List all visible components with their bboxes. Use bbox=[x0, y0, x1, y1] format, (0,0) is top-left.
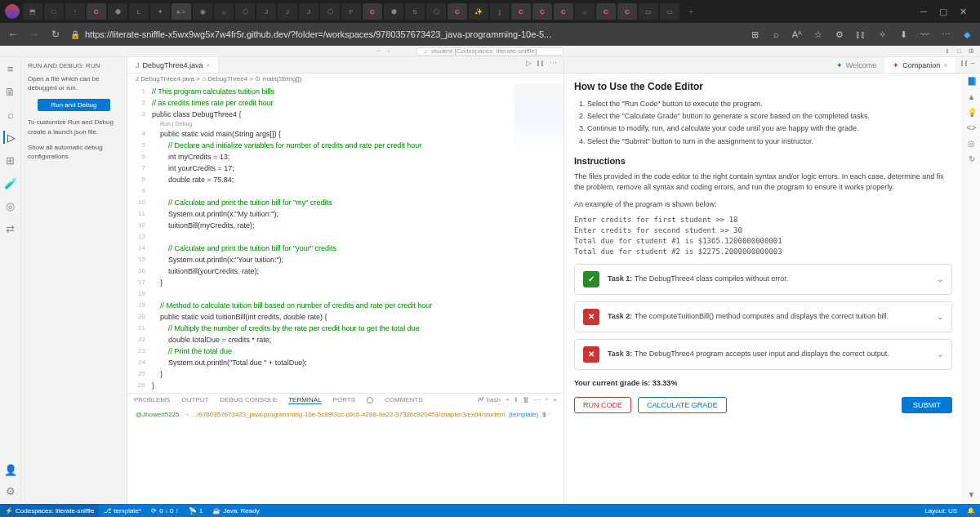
book-icon[interactable]: 📘 bbox=[967, 77, 977, 86]
sync-indicator[interactable]: ⟳ 0 ↓ 0 ↑ bbox=[146, 507, 184, 515]
java-status[interactable]: ☕ Java: Ready bbox=[207, 507, 264, 515]
code-line[interactable]: 5 // Declare and initialize variables fo… bbox=[132, 140, 564, 151]
layout-indicator[interactable]: Layout: US bbox=[920, 507, 962, 515]
layout-icon[interactable]: ⫿ bbox=[946, 47, 954, 56]
panel-tab-terminal[interactable]: TERMINAL bbox=[288, 396, 321, 404]
browser-tab[interactable]: ⬡ bbox=[320, 3, 340, 20]
panel-tab-output[interactable]: OUTPUT bbox=[181, 396, 208, 403]
browser-tab[interactable]: J bbox=[299, 3, 318, 20]
extensions-icon[interactable]: ⊞ bbox=[4, 154, 17, 167]
code-line[interactable]: 26} bbox=[132, 380, 564, 391]
more-icon[interactable]: ⋯ bbox=[550, 59, 557, 71]
testing-icon[interactable]: 🧪 bbox=[4, 176, 17, 189]
layout-icon[interactable]: □ bbox=[957, 47, 965, 56]
account-icon[interactable]: 👤 bbox=[4, 463, 17, 476]
code-line[interactable]: 9 bbox=[132, 185, 564, 197]
apps-icon[interactable]: ⊞ bbox=[748, 28, 761, 41]
browser-tab[interactable]: L bbox=[129, 3, 149, 20]
browser-tab[interactable]: C bbox=[511, 3, 531, 20]
browser-tab[interactable]: ✨ bbox=[469, 3, 488, 20]
minimize-button[interactable]: ─ bbox=[918, 6, 929, 17]
browser-tab[interactable]: ⬡ bbox=[235, 3, 255, 20]
chevron-down-icon[interactable]: ⌄ bbox=[937, 274, 943, 286]
companion-icon[interactable]: ◎ bbox=[4, 199, 17, 212]
browser-tab[interactable]: J bbox=[256, 3, 276, 20]
forward-button[interactable]: → bbox=[28, 28, 41, 41]
close-button[interactable]: ✕ bbox=[957, 6, 969, 17]
browser-tab[interactable]: ⬡ bbox=[426, 3, 446, 20]
browser-tab[interactable]: ▭ bbox=[660, 3, 679, 20]
code-line[interactable]: 13 bbox=[132, 231, 564, 243]
code-line[interactable]: 11 System.out.println(x:"My tuition:"); bbox=[132, 208, 564, 220]
more-icon[interactable]: ⋯ bbox=[939, 28, 952, 41]
code-line[interactable]: 15 System.out.println(x:"Your tuition:")… bbox=[132, 254, 564, 265]
extension-icon[interactable]: ⚙ bbox=[833, 28, 846, 41]
code-line[interactable]: 10 // Calculate and print the tuition bi… bbox=[132, 197, 564, 208]
close-icon[interactable]: × bbox=[943, 61, 947, 69]
code-line[interactable]: 18 bbox=[132, 288, 564, 300]
browser-tab[interactable]: □ bbox=[44, 3, 64, 20]
browser-tab[interactable]: ⋮ bbox=[65, 3, 85, 20]
shell-label[interactable]: 🗲 bash bbox=[478, 396, 501, 403]
chevron-down-icon[interactable]: ⌄ bbox=[937, 311, 943, 323]
code-line[interactable]: 1// This program calculates tutition bil… bbox=[132, 86, 564, 97]
browser-tab-active[interactable]: ▸ × bbox=[172, 3, 191, 20]
new-terminal-icon[interactable]: + bbox=[506, 396, 510, 403]
chevron-down-icon[interactable]: ⌄ bbox=[937, 349, 943, 361]
panel-tab-problems[interactable]: PROBLEMS bbox=[134, 396, 170, 403]
code-line[interactable]: 23 // Print the total due bbox=[132, 345, 564, 357]
browser-tab[interactable]: C bbox=[87, 3, 106, 20]
code-editor[interactable]: 1// This program calculates tutition bil… bbox=[127, 84, 564, 393]
trash-icon[interactable]: 🗑 bbox=[523, 396, 529, 403]
refresh-icon[interactable]: ↻ bbox=[969, 154, 975, 163]
address-bar[interactable]: 🔒 https://literate-sniffle-x5wx9wg5x7w4f… bbox=[70, 29, 740, 39]
browser-tab[interactable]: J bbox=[278, 3, 297, 20]
code-line[interactable]: 7 int yourCredits = 17; bbox=[132, 163, 564, 174]
tab-welcome[interactable]: ✦Welcome bbox=[828, 57, 884, 73]
code-line[interactable]: 24 System.out.println("Total due " + tot… bbox=[132, 357, 564, 368]
maximize-button[interactable]: ▢ bbox=[938, 6, 949, 17]
panel-tab-comments[interactable]: COMMENTS bbox=[385, 396, 423, 403]
code-line[interactable]: 21 // Multiply the number of credits by … bbox=[132, 323, 564, 334]
browser-tab[interactable]: ⬢ bbox=[384, 3, 403, 20]
task-card[interactable]: ✕Task 3: The DebugThree4 program accepts… bbox=[574, 339, 952, 370]
split-terminal-icon[interactable]: ⫿ bbox=[514, 396, 518, 403]
performance-icon[interactable]: 〰 bbox=[918, 28, 931, 41]
code-line[interactable]: 14 // Calculate and print the tuition bi… bbox=[132, 243, 564, 254]
read-icon[interactable]: Aᴬ bbox=[791, 28, 804, 41]
panel-tab-ports[interactable]: PORTS bbox=[333, 396, 355, 403]
browser-tab[interactable]: ⬢ bbox=[108, 3, 127, 20]
browser-tab[interactable]: ◉ bbox=[193, 3, 212, 20]
search-icon[interactable]: ⌕ bbox=[4, 108, 17, 121]
run-debug-icon[interactable]: ▷ bbox=[3, 131, 16, 144]
command-center[interactable]: ⌕ student [Codespaces: literate-sniffle] bbox=[416, 47, 564, 56]
target-icon[interactable]: ◎ bbox=[968, 139, 975, 148]
browser-tab[interactable]: C bbox=[554, 3, 573, 20]
run-code-button[interactable]: RUN CODE bbox=[574, 397, 631, 413]
menu-icon[interactable]: ≡ bbox=[4, 62, 17, 75]
code-line[interactable]: 20 public static void tuitionBill(int cr… bbox=[132, 311, 564, 323]
notifications-icon[interactable]: 🔔 bbox=[962, 507, 980, 515]
settings-icon[interactable]: ⚙ bbox=[4, 484, 17, 497]
run-and-debug-button[interactable]: Run and Debug bbox=[38, 99, 109, 111]
new-tab-button[interactable]: ＋ bbox=[681, 3, 701, 20]
task-card[interactable]: ✓Task 1: The DebugThree4 class compiles … bbox=[574, 264, 952, 295]
browser-tab[interactable]: ⌕ bbox=[214, 3, 234, 20]
chevron-down-icon[interactable]: ▼ bbox=[968, 490, 976, 499]
downloads-icon[interactable]: ⬇ bbox=[897, 28, 910, 41]
code-line[interactable]: 4 public static void main(String args[])… bbox=[132, 128, 564, 140]
minimap[interactable] bbox=[514, 84, 564, 182]
refresh-button[interactable]: ↻ bbox=[49, 28, 62, 41]
split-editor-icon[interactable]: ⫿⫿ bbox=[537, 59, 545, 71]
remote-indicator[interactable]: ⚡ Codespaces: literate-sniffle bbox=[0, 504, 99, 517]
browser-tab[interactable]: ⬒ bbox=[23, 3, 42, 20]
back-button[interactable]: ← bbox=[7, 28, 20, 41]
calculate-grade-button[interactable]: CALCULATE GRADE bbox=[638, 397, 727, 413]
chevron-up-icon[interactable]: ^ bbox=[546, 396, 549, 403]
copilot-icon[interactable]: ◆ bbox=[960, 28, 973, 41]
branch-indicator[interactable]: ⎇ template* bbox=[99, 507, 146, 515]
ports-indicator[interactable]: 📡 1 bbox=[184, 507, 207, 515]
code-icon[interactable]: <> bbox=[967, 123, 977, 132]
profile-avatar[interactable] bbox=[5, 4, 20, 19]
browser-tab[interactable]: S bbox=[405, 3, 425, 20]
